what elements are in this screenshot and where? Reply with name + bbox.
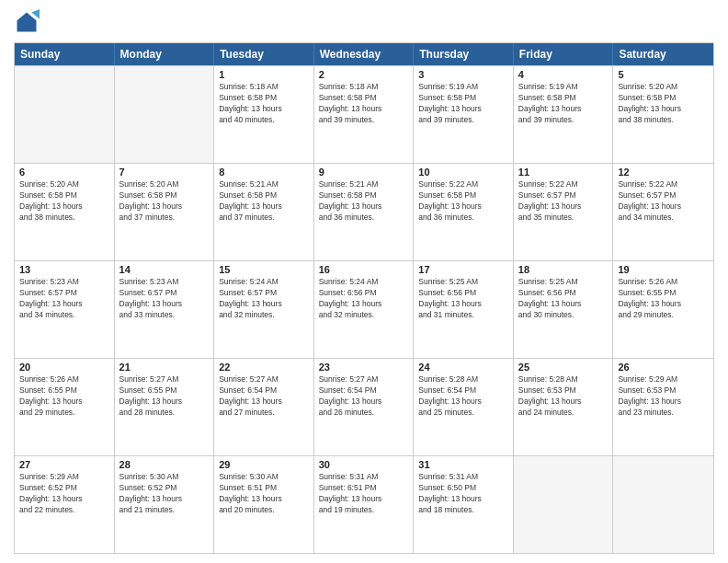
calendar: SundayMondayTuesdayWednesdayThursdayFrid… (14, 42, 714, 554)
day-number: 29 (219, 459, 309, 470)
day-number: 20 (19, 362, 109, 373)
day-number: 15 (219, 264, 309, 275)
day-info: Sunrise: 5:27 AM Sunset: 6:54 PM Dayligh… (319, 374, 409, 419)
calendar-cell: 17Sunrise: 5:25 AM Sunset: 6:56 PM Dayli… (414, 261, 514, 358)
day-number: 13 (19, 264, 109, 275)
svg-marker-0 (17, 13, 37, 32)
header-day-thursday: Thursday (414, 43, 514, 65)
day-number: 3 (418, 69, 508, 80)
calendar-cell: 8Sunrise: 5:21 AM Sunset: 6:58 PM Daylig… (214, 164, 314, 260)
calendar-cell: 2Sunrise: 5:18 AM Sunset: 6:58 PM Daylig… (314, 66, 415, 163)
day-info: Sunrise: 5:22 AM Sunset: 6:57 PM Dayligh… (518, 179, 609, 224)
calendar-cell: 29Sunrise: 5:30 AM Sunset: 6:51 PM Dayli… (214, 456, 314, 553)
day-number: 27 (19, 459, 109, 470)
calendar-row-2: 6Sunrise: 5:20 AM Sunset: 6:58 PM Daylig… (15, 163, 713, 260)
day-number: 26 (618, 362, 709, 373)
calendar-body: 1Sunrise: 5:18 AM Sunset: 6:58 PM Daylig… (15, 65, 713, 553)
day-number: 12 (618, 167, 709, 178)
logo (14, 9, 43, 35)
day-number: 25 (518, 362, 609, 373)
day-info: Sunrise: 5:29 AM Sunset: 6:53 PM Dayligh… (618, 374, 709, 419)
calendar-cell: 15Sunrise: 5:24 AM Sunset: 6:57 PM Dayli… (214, 261, 314, 358)
day-info: Sunrise: 5:20 AM Sunset: 6:58 PM Dayligh… (119, 179, 210, 224)
header-day-friday: Friday (514, 43, 614, 65)
day-info: Sunrise: 5:31 AM Sunset: 6:51 PM Dayligh… (319, 472, 409, 516)
day-number: 18 (518, 264, 609, 275)
calendar-cell (15, 66, 115, 163)
calendar-header: SundayMondayTuesdayWednesdayThursdayFrid… (15, 43, 713, 65)
day-info: Sunrise: 5:25 AM Sunset: 6:56 PM Dayligh… (518, 277, 609, 321)
day-number: 28 (119, 459, 210, 470)
day-number: 4 (518, 69, 609, 80)
day-info: Sunrise: 5:22 AM Sunset: 6:58 PM Dayligh… (418, 179, 508, 224)
day-info: Sunrise: 5:27 AM Sunset: 6:55 PM Dayligh… (119, 374, 210, 419)
day-info: Sunrise: 5:19 AM Sunset: 6:58 PM Dayligh… (418, 82, 508, 126)
calendar-row-3: 13Sunrise: 5:23 AM Sunset: 6:57 PM Dayli… (15, 260, 713, 358)
day-info: Sunrise: 5:31 AM Sunset: 6:50 PM Dayligh… (418, 472, 508, 516)
day-number: 16 (319, 264, 409, 275)
day-info: Sunrise: 5:19 AM Sunset: 6:58 PM Dayligh… (518, 82, 609, 126)
calendar-cell: 6Sunrise: 5:20 AM Sunset: 6:58 PM Daylig… (15, 164, 115, 260)
calendar-cell (613, 456, 713, 553)
day-info: Sunrise: 5:26 AM Sunset: 6:55 PM Dayligh… (19, 374, 109, 419)
calendar-cell: 20Sunrise: 5:26 AM Sunset: 6:55 PM Dayli… (15, 359, 115, 455)
calendar-cell: 24Sunrise: 5:28 AM Sunset: 6:54 PM Dayli… (414, 359, 514, 455)
day-info: Sunrise: 5:24 AM Sunset: 6:56 PM Dayligh… (319, 277, 409, 321)
day-number: 22 (219, 362, 309, 373)
header-day-saturday: Saturday (613, 43, 713, 65)
day-number: 1 (219, 69, 309, 80)
day-number: 30 (319, 459, 409, 470)
day-number: 24 (418, 362, 508, 373)
calendar-cell: 31Sunrise: 5:31 AM Sunset: 6:50 PM Dayli… (414, 456, 514, 553)
day-number: 8 (219, 167, 309, 178)
day-number: 19 (618, 264, 709, 275)
day-info: Sunrise: 5:27 AM Sunset: 6:54 PM Dayligh… (219, 374, 309, 419)
day-info: Sunrise: 5:21 AM Sunset: 6:58 PM Dayligh… (319, 179, 409, 224)
day-info: Sunrise: 5:18 AM Sunset: 6:58 PM Dayligh… (219, 82, 309, 126)
day-number: 6 (19, 167, 109, 178)
day-number: 5 (618, 69, 709, 80)
calendar-cell: 22Sunrise: 5:27 AM Sunset: 6:54 PM Dayli… (214, 359, 314, 455)
day-number: 17 (418, 264, 508, 275)
calendar-cell: 4Sunrise: 5:19 AM Sunset: 6:58 PM Daylig… (514, 66, 614, 163)
day-info: Sunrise: 5:23 AM Sunset: 6:57 PM Dayligh… (119, 277, 210, 321)
calendar-cell: 11Sunrise: 5:22 AM Sunset: 6:57 PM Dayli… (514, 164, 614, 260)
calendar-cell: 14Sunrise: 5:23 AM Sunset: 6:57 PM Dayli… (115, 261, 215, 358)
calendar-cell: 12Sunrise: 5:22 AM Sunset: 6:57 PM Dayli… (613, 164, 713, 260)
day-info: Sunrise: 5:24 AM Sunset: 6:57 PM Dayligh… (219, 277, 309, 321)
calendar-cell: 1Sunrise: 5:18 AM Sunset: 6:58 PM Daylig… (214, 66, 314, 163)
day-info: Sunrise: 5:28 AM Sunset: 6:53 PM Dayligh… (518, 374, 609, 419)
page: SundayMondayTuesdayWednesdayThursdayFrid… (0, 0, 728, 563)
calendar-cell: 5Sunrise: 5:20 AM Sunset: 6:58 PM Daylig… (613, 66, 713, 163)
day-info: Sunrise: 5:28 AM Sunset: 6:54 PM Dayligh… (418, 374, 508, 419)
calendar-cell: 30Sunrise: 5:31 AM Sunset: 6:51 PM Dayli… (314, 456, 415, 553)
calendar-cell: 19Sunrise: 5:26 AM Sunset: 6:55 PM Dayli… (613, 261, 713, 358)
calendar-row-5: 27Sunrise: 5:29 AM Sunset: 6:52 PM Dayli… (15, 455, 713, 553)
calendar-cell: 3Sunrise: 5:19 AM Sunset: 6:58 PM Daylig… (414, 66, 514, 163)
header-day-wednesday: Wednesday (314, 43, 415, 65)
calendar-row-1: 1Sunrise: 5:18 AM Sunset: 6:58 PM Daylig… (15, 65, 713, 163)
header-day-tuesday: Tuesday (214, 43, 314, 65)
calendar-cell: 7Sunrise: 5:20 AM Sunset: 6:58 PM Daylig… (115, 164, 215, 260)
calendar-row-4: 20Sunrise: 5:26 AM Sunset: 6:55 PM Dayli… (15, 358, 713, 455)
day-info: Sunrise: 5:29 AM Sunset: 6:52 PM Dayligh… (19, 472, 109, 516)
calendar-cell: 18Sunrise: 5:25 AM Sunset: 6:56 PM Dayli… (514, 261, 614, 358)
day-info: Sunrise: 5:20 AM Sunset: 6:58 PM Dayligh… (618, 82, 709, 126)
day-number: 10 (418, 167, 508, 178)
day-number: 2 (319, 69, 409, 80)
day-info: Sunrise: 5:30 AM Sunset: 6:51 PM Dayligh… (219, 472, 309, 516)
calendar-cell: 25Sunrise: 5:28 AM Sunset: 6:53 PM Dayli… (514, 359, 614, 455)
day-number: 11 (518, 167, 609, 178)
calendar-cell: 21Sunrise: 5:27 AM Sunset: 6:55 PM Dayli… (115, 359, 215, 455)
header-day-sunday: Sunday (15, 43, 115, 65)
calendar-cell: 28Sunrise: 5:30 AM Sunset: 6:52 PM Dayli… (115, 456, 215, 553)
calendar-cell: 10Sunrise: 5:22 AM Sunset: 6:58 PM Dayli… (414, 164, 514, 260)
calendar-cell: 16Sunrise: 5:24 AM Sunset: 6:56 PM Dayli… (314, 261, 415, 358)
calendar-cell: 27Sunrise: 5:29 AM Sunset: 6:52 PM Dayli… (15, 456, 115, 553)
header (14, 9, 714, 35)
day-info: Sunrise: 5:22 AM Sunset: 6:57 PM Dayligh… (618, 179, 709, 224)
logo-icon (14, 9, 40, 35)
calendar-cell (514, 456, 614, 553)
day-info: Sunrise: 5:18 AM Sunset: 6:58 PM Dayligh… (319, 82, 409, 126)
day-number: 9 (319, 167, 409, 178)
